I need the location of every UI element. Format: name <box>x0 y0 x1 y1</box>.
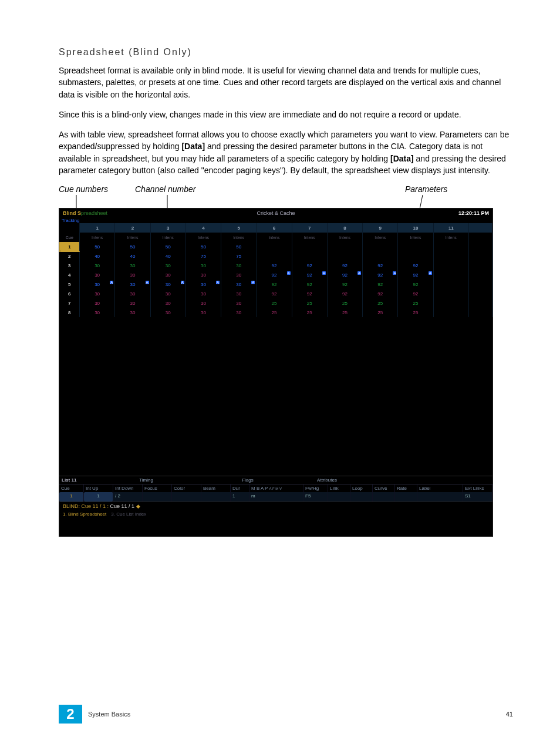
value-cell[interactable]: 40 <box>115 251 150 261</box>
value-cell[interactable] <box>257 251 292 261</box>
value-cell[interactable]: 50 <box>185 242 221 251</box>
value-cell[interactable]: 30 <box>150 308 185 317</box>
value-cell[interactable]: 30 <box>221 298 257 308</box>
value-cell[interactable]: 30 <box>115 289 150 298</box>
value-cell[interactable]: 30 <box>150 289 185 298</box>
value-cell[interactable]: 92 <box>398 289 433 298</box>
value-cell[interactable]: 30 <box>115 298 150 308</box>
value-cell[interactable]: 92 <box>363 261 398 270</box>
tracking-label: Tracking <box>59 218 492 223</box>
cue-number-cell[interactable]: 4 <box>60 270 80 280</box>
value-cell[interactable]: 30A <box>150 280 185 289</box>
value-cell[interactable]: 30 <box>80 261 115 270</box>
value-cell[interactable]: 92 <box>363 280 398 289</box>
value-cell[interactable]: 30 <box>221 270 257 280</box>
value-cell[interactable]: 75 <box>221 251 257 261</box>
value-cell[interactable]: 92 <box>257 280 292 289</box>
value-cell[interactable]: 30 <box>221 308 257 317</box>
value-cell[interactable]: 30 <box>185 261 221 270</box>
value-cell[interactable]: 92A <box>257 270 292 280</box>
value-cell[interactable] <box>257 242 292 251</box>
value-cell[interactable]: 92 <box>327 261 362 270</box>
value-cell[interactable]: 30 <box>150 261 185 270</box>
value-cell[interactable] <box>292 251 327 261</box>
value-cell[interactable]: 25 <box>257 298 292 308</box>
value-cell[interactable]: 30 <box>115 270 150 280</box>
value-cell[interactable]: 92A <box>327 270 362 280</box>
value-cell[interactable]: 30 <box>221 289 257 298</box>
value-cell[interactable]: 92 <box>327 289 362 298</box>
value-cell[interactable]: 30 <box>115 308 150 317</box>
value-cell[interactable] <box>433 270 468 280</box>
cue-number-cell[interactable]: 3 <box>60 261 80 270</box>
tab-blind-spreadsheet[interactable]: 1. Blind Spreadsheet <box>63 512 106 517</box>
value-cell[interactable]: 92 <box>398 261 433 270</box>
value-cell[interactable] <box>433 298 468 308</box>
value-cell[interactable]: 40 <box>150 251 185 261</box>
tab-cue-list-index[interactable]: 3. Cue List Index <box>111 512 146 517</box>
value-cell[interactable]: 30A <box>221 280 257 289</box>
value-cell[interactable]: 25 <box>327 298 362 308</box>
value-cell[interactable] <box>363 242 398 251</box>
value-cell[interactable]: 92 <box>257 261 292 270</box>
value-cell[interactable]: 92 <box>292 280 327 289</box>
value-cell[interactable]: 92 <box>292 261 327 270</box>
value-cell[interactable] <box>433 261 468 270</box>
value-cell[interactable] <box>327 242 362 251</box>
value-cell[interactable]: 92A <box>398 270 433 280</box>
cue-number-cell[interactable]: 7 <box>60 298 80 308</box>
cue-number-cell[interactable]: 2 <box>60 251 80 261</box>
cue-number-cell[interactable]: 5 <box>60 280 80 289</box>
value-cell[interactable]: 25 <box>363 298 398 308</box>
value-cell[interactable]: 92 <box>398 280 433 289</box>
value-cell[interactable]: 30 <box>115 261 150 270</box>
value-cell[interactable]: 30A <box>80 280 115 289</box>
value-cell[interactable]: 25 <box>363 308 398 317</box>
value-cell[interactable]: 92 <box>327 280 362 289</box>
value-cell[interactable]: 92 <box>363 289 398 298</box>
value-cell[interactable]: 30 <box>185 270 221 280</box>
value-cell[interactable]: 25 <box>257 308 292 317</box>
value-cell[interactable] <box>433 280 468 289</box>
value-cell[interactable] <box>292 242 327 251</box>
value-cell[interactable]: 50 <box>115 242 150 251</box>
value-cell[interactable]: 25 <box>292 298 327 308</box>
value-cell[interactable]: 92 <box>257 289 292 298</box>
cue-number-cell[interactable]: 6 <box>60 289 80 298</box>
value-cell[interactable]: 30 <box>80 308 115 317</box>
value-cell[interactable] <box>363 251 398 261</box>
value-cell[interactable] <box>433 251 468 261</box>
value-cell[interactable]: 30 <box>150 298 185 308</box>
value-cell[interactable]: 30 <box>80 289 115 298</box>
value-cell[interactable]: 92 <box>292 289 327 298</box>
value-cell[interactable]: 30 <box>221 261 257 270</box>
value-cell[interactable]: 25 <box>292 308 327 317</box>
value-cell[interactable]: 25 <box>327 308 362 317</box>
value-cell[interactable]: 92A <box>292 270 327 280</box>
value-cell[interactable] <box>433 308 468 317</box>
channel-header: 1 <box>80 223 115 233</box>
cue-number-cell[interactable]: 1 <box>60 242 80 251</box>
value-cell[interactable]: 30A <box>185 280 221 289</box>
value-cell[interactable]: 30 <box>185 308 221 317</box>
value-cell[interactable]: 92A <box>363 270 398 280</box>
value-cell[interactable]: 30 <box>185 298 221 308</box>
value-cell[interactable]: 30 <box>80 298 115 308</box>
value-cell[interactable]: 30 <box>185 289 221 298</box>
value-cell[interactable] <box>398 251 433 261</box>
value-cell[interactable] <box>433 242 468 251</box>
value-cell[interactable]: 40 <box>80 251 115 261</box>
value-cell[interactable]: 30A <box>115 280 150 289</box>
value-cell[interactable]: 25 <box>398 298 433 308</box>
value-cell[interactable]: 30 <box>150 270 185 280</box>
value-cell[interactable]: 75 <box>185 251 221 261</box>
value-cell[interactable] <box>327 251 362 261</box>
value-cell[interactable]: 50 <box>80 242 115 251</box>
cue-number-cell[interactable]: 8 <box>60 308 80 317</box>
value-cell[interactable]: 50 <box>221 242 257 251</box>
value-cell[interactable] <box>433 289 468 298</box>
value-cell[interactable]: 50 <box>150 242 185 251</box>
value-cell[interactable]: 30 <box>80 270 115 280</box>
value-cell[interactable] <box>398 242 433 251</box>
value-cell[interactable]: 25 <box>398 308 433 317</box>
